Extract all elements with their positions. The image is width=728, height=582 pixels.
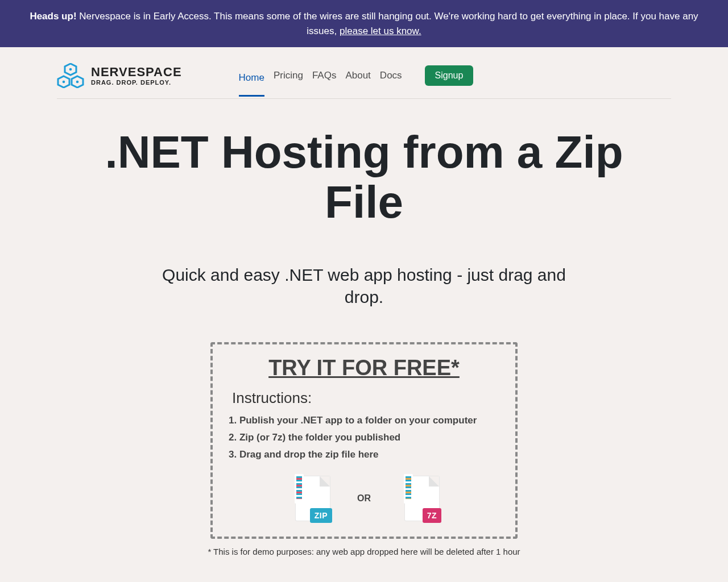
early-access-banner: Heads up! Nervespace is in Early Access.… bbox=[0, 0, 728, 47]
step-1: 1. Publish your .NET app to a folder on … bbox=[229, 415, 499, 426]
logo[interactable]: NERVESPACE DRAG. DROP. DEPLOY. bbox=[57, 63, 182, 88]
svg-point-4 bbox=[63, 81, 65, 84]
nav-docs[interactable]: Docs bbox=[380, 65, 402, 86]
dropzone-title: TRY IT FOR FREE* bbox=[229, 356, 499, 380]
logo-text: NERVESPACE DRAG. DROP. DEPLOY. bbox=[91, 65, 182, 86]
7z-badge: 7Z bbox=[423, 508, 441, 523]
dropzone[interactable]: TRY IT FOR FREE* Instructions: 1. Publis… bbox=[210, 342, 518, 539]
zip-badge: ZIP bbox=[310, 508, 332, 523]
or-separator: OR bbox=[357, 493, 371, 504]
svg-point-5 bbox=[76, 81, 79, 84]
hero-subtitle: Quick and easy .NET web app hosting - ju… bbox=[159, 264, 569, 308]
7z-file-icon: 7Z bbox=[398, 474, 439, 523]
signup-button[interactable]: Signup bbox=[425, 65, 474, 86]
instruction-steps: 1. Publish your .NET app to a folder on … bbox=[229, 415, 499, 460]
nav-about[interactable]: About bbox=[345, 65, 370, 86]
nav-home[interactable]: Home bbox=[239, 68, 264, 97]
step-3: 3. Drag and drop the zip file here bbox=[229, 449, 499, 460]
svg-point-3 bbox=[69, 68, 72, 71]
logo-name: NERVESPACE bbox=[91, 65, 182, 79]
file-icons-row: ZIP OR 7Z bbox=[229, 474, 499, 523]
disclaimer: * This is for demo purposes: any web app… bbox=[91, 547, 637, 556]
banner-strong: Heads up! bbox=[30, 11, 76, 22]
step-2: 2. Zip (or 7z) the folder you published bbox=[229, 432, 499, 443]
header: NERVESPACE DRAG. DROP. DEPLOY. Home Pric… bbox=[57, 47, 671, 99]
hero: .NET Hosting from a Zip File Quick and e… bbox=[57, 99, 671, 556]
zip-file-icon: ZIP bbox=[289, 474, 330, 523]
logo-tagline: DRAG. DROP. DEPLOY. bbox=[91, 79, 182, 86]
hex-logo-icon bbox=[57, 63, 84, 88]
main-nav: Home Pricing FAQs About Docs Signup bbox=[239, 65, 474, 86]
nav-pricing[interactable]: Pricing bbox=[274, 65, 303, 86]
hero-title: .NET Hosting from a Zip File bbox=[91, 127, 637, 227]
instructions-label: Instructions: bbox=[232, 389, 499, 407]
nav-faqs[interactable]: FAQs bbox=[312, 65, 337, 86]
banner-link[interactable]: please let us know. bbox=[340, 26, 421, 36]
